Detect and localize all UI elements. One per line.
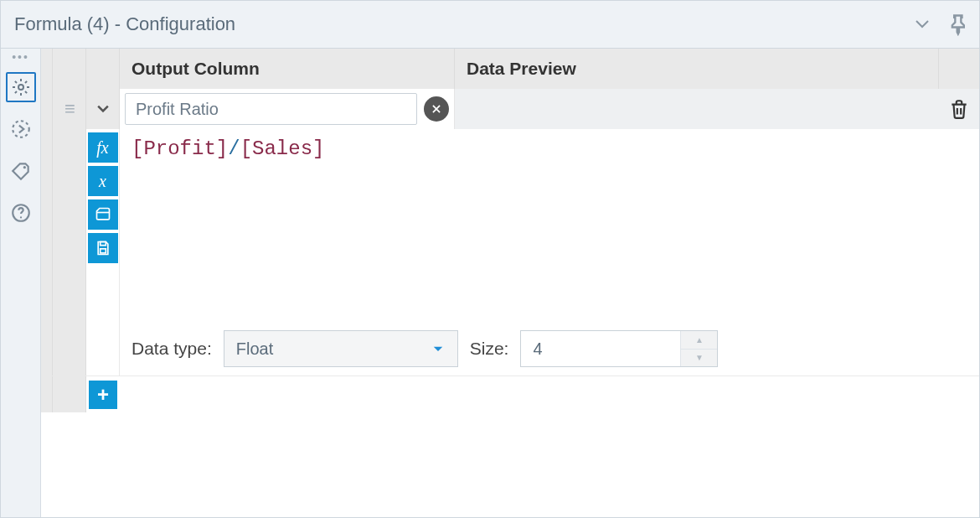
size-spinner: ▲ ▼ <box>680 331 717 366</box>
grid-header: Output Column Data Preview <box>41 49 979 89</box>
expand-toggle[interactable] <box>86 89 120 129</box>
size-step-down[interactable]: ▼ <box>681 350 717 367</box>
grid-gutter <box>86 49 120 89</box>
config-content: Output Column Data Preview ≡ <box>41 49 979 517</box>
pin-icon[interactable] <box>947 13 971 36</box>
drag-handle[interactable]: ≡ <box>53 89 86 129</box>
add-cell: + <box>86 376 120 412</box>
size-label: Size: <box>470 339 509 359</box>
row-gutter <box>53 129 86 322</box>
output-column-cell <box>120 89 455 129</box>
row-gutter <box>53 322 86 376</box>
delete-cell <box>939 89 979 129</box>
size-input[interactable] <box>521 331 680 366</box>
output-row: ≡ <box>41 89 979 129</box>
grid-gutter <box>53 49 86 89</box>
window-title: Formula (4) - Configuration <box>14 13 235 35</box>
titlebar-controls <box>912 13 971 36</box>
row-gutter <box>86 322 120 376</box>
size-stepper: ▲ ▼ <box>520 330 718 367</box>
settings-tab[interactable] <box>6 72 36 102</box>
left-tab-strip: ••• <box>1 49 41 517</box>
chevron-down-icon <box>431 341 446 356</box>
data-type-select[interactable]: Float <box>224 330 458 367</box>
output-column-input[interactable] <box>125 93 417 125</box>
titlebar: Formula (4) - Configuration <box>0 0 980 49</box>
open-expression-button[interactable] <box>88 199 118 230</box>
grid-gutter <box>41 49 53 89</box>
grid-gutter <box>939 49 979 89</box>
blank <box>120 376 979 412</box>
add-row: + <box>41 376 979 412</box>
xml-tab[interactable] <box>6 114 36 144</box>
row-gutter <box>53 376 86 412</box>
type-size-row: Data type: Float Size: ▲ ▼ <box>41 322 979 376</box>
size-step-up[interactable]: ▲ <box>681 331 717 350</box>
svg-rect-6 <box>100 249 106 253</box>
collapse-chevron-icon[interactable] <box>912 14 932 34</box>
formula-token-field: [Profit] <box>132 137 228 160</box>
formula-token-operator: / <box>228 137 240 160</box>
x-columns-button[interactable]: x <box>88 166 118 196</box>
type-size-controls: Data type: Float Size: ▲ ▼ <box>120 330 979 367</box>
clear-output-button[interactable] <box>424 96 449 122</box>
formula-token-field: [Sales] <box>240 137 325 160</box>
svg-rect-5 <box>100 242 106 246</box>
trash-icon[interactable] <box>948 98 970 120</box>
fx-functions-button[interactable]: fx <box>88 132 118 163</box>
data-type-value: Float <box>236 339 273 359</box>
main-area: ••• Output Column Data Preview ≡ <box>0 49 980 518</box>
svg-point-4 <box>19 216 21 218</box>
col-header-preview: Data Preview <box>455 49 939 89</box>
row-gutter <box>41 322 53 376</box>
data-preview-cell <box>455 89 939 129</box>
grip-icon: ≡ <box>64 106 74 111</box>
col-header-output: Output Column <box>120 49 455 89</box>
formula-toolbar: fx x <box>86 129 120 322</box>
annotation-tab[interactable] <box>6 156 36 186</box>
svg-point-0 <box>18 85 23 90</box>
add-expression-button[interactable]: + <box>89 381 117 409</box>
overflow-icon[interactable]: ••• <box>12 55 29 59</box>
svg-point-2 <box>23 166 25 168</box>
row-gutter <box>41 89 53 129</box>
row-gutter <box>41 376 53 412</box>
formula-editor[interactable]: [Profit]/[Sales] <box>120 129 979 322</box>
help-tab[interactable] <box>6 198 36 228</box>
save-expression-button[interactable] <box>88 233 118 263</box>
formula-row: fx x [Profit]/[Sales] <box>41 129 979 322</box>
row-gutter <box>41 129 53 322</box>
svg-point-1 <box>13 121 29 137</box>
data-type-label: Data type: <box>132 339 212 359</box>
